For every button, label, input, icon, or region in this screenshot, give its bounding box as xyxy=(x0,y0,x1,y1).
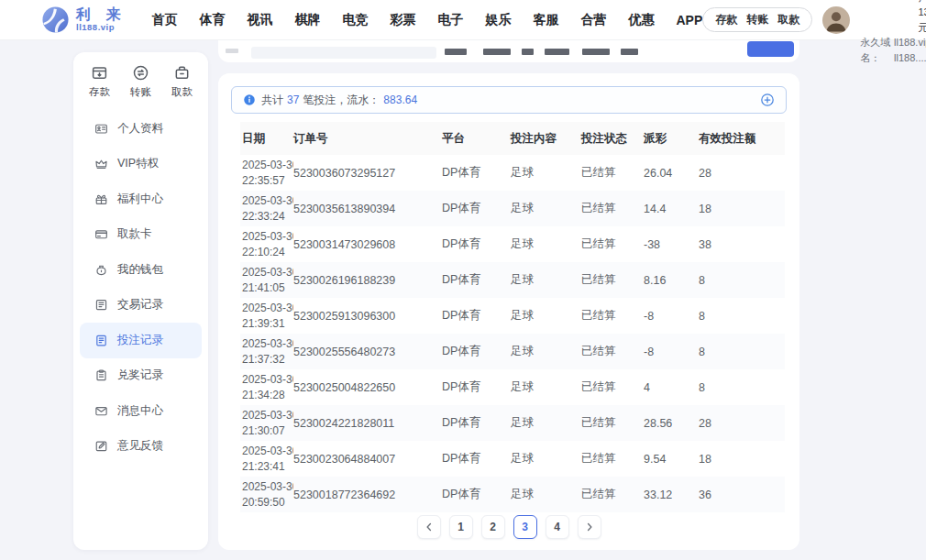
bet-records-table: 日期订单号平台投注内容投注状态派彩有效投注额 2025-03-30 22:35:… xyxy=(240,122,785,512)
cell-platform: DP体育 xyxy=(442,334,511,369)
main-nav: 首页体育视讯棋牌电竞彩票电子娱乐客服合营优惠APP xyxy=(151,12,702,28)
column-header: 投注内容 xyxy=(511,122,581,155)
summary-prefix: 共计 xyxy=(261,93,283,108)
page-number-button[interactable]: 3 xyxy=(513,515,537,539)
nav-item-10[interactable]: 优惠 xyxy=(628,12,654,28)
page-number-button[interactable]: 2 xyxy=(481,515,505,539)
pill-link[interactable]: 转账 xyxy=(746,12,768,27)
user-info: anxin3399 总资产：1363.49元 永久域名： ll188.vip |… xyxy=(860,0,926,65)
cell-order-no: 5230025913096300 xyxy=(293,298,442,334)
nav-item-9[interactable]: 合营 xyxy=(580,12,606,28)
pill-link[interactable]: 存款 xyxy=(715,12,737,27)
sidebar-item[interactable]: 个人资料 xyxy=(80,111,202,147)
quick-action[interactable]: 存款 xyxy=(89,64,110,99)
nav-item-5[interactable]: 彩票 xyxy=(390,12,415,28)
sidebar-item[interactable]: VIP特权 xyxy=(80,147,202,182)
transaction-icon xyxy=(94,298,108,312)
cell-time: 22:10:24 xyxy=(242,245,290,260)
nav-item-0[interactable]: 首页 xyxy=(151,12,177,28)
column-header: 有效投注额 xyxy=(699,122,785,155)
cell-bet-content: 足球 xyxy=(511,298,581,334)
nav-item-7[interactable]: 娱乐 xyxy=(485,12,511,28)
nav-item-2[interactable]: 视讯 xyxy=(247,12,272,28)
cell-valid-amount: 38 xyxy=(699,226,785,262)
cell-date: 2025-03-30 xyxy=(242,479,290,495)
nav-item-1[interactable]: 体育 xyxy=(199,12,225,28)
cell-payout: 9.54 xyxy=(644,441,699,477)
sidebar-item[interactable]: 投注记录 xyxy=(80,323,202,358)
cell-bet-content: 足球 xyxy=(511,369,581,405)
nav-item-8[interactable]: 客服 xyxy=(533,12,558,28)
nav-item-4[interactable]: 电竞 xyxy=(342,12,368,28)
quick-action[interactable]: 取款 xyxy=(171,64,193,99)
table-row: 2025-03-30 20:59:50 5230018772364692 DP体… xyxy=(240,477,785,512)
cell-bet-status: 已结算 xyxy=(581,191,644,226)
cell-payout: 4 xyxy=(644,369,699,405)
sidebar-item[interactable]: 兑奖记录 xyxy=(80,358,202,394)
cell-platform: DP体育 xyxy=(442,298,511,334)
deposit-icon xyxy=(91,64,108,82)
next-page-button[interactable] xyxy=(578,515,601,539)
sidebar-item[interactable]: 意见反馈 xyxy=(80,429,202,465)
prev-page-button[interactable] xyxy=(417,515,441,539)
cell-bet-content: 足球 xyxy=(511,441,581,477)
summary-bar: 共计 37 笔投注，流水： 883.64 xyxy=(231,86,787,114)
sidebar-item[interactable]: 我的钱包 xyxy=(80,252,202,288)
cell-date: 2025-03-30 xyxy=(242,408,290,423)
summary-count: 37 xyxy=(287,93,299,106)
cell-bet-status: 已结算 xyxy=(581,334,644,369)
avatar[interactable] xyxy=(822,6,850,34)
expand-plus-icon[interactable] xyxy=(760,93,775,107)
cell-payout: 14.4 xyxy=(644,191,699,226)
filter-input[interactable] xyxy=(251,47,436,59)
cell-valid-amount: 36 xyxy=(699,477,785,512)
cell-bet-status: 已结算 xyxy=(581,298,644,334)
nav-item-3[interactable]: 棋牌 xyxy=(294,12,320,28)
chevron-right-icon xyxy=(584,522,595,533)
cell-valid-amount: 18 xyxy=(699,441,785,477)
cell-bet-content: 足球 xyxy=(511,405,581,441)
cell-order-no: 5230024221828011 xyxy=(293,405,442,441)
cell-date: 2025-03-30 xyxy=(242,301,290,316)
bet-record-icon xyxy=(94,334,108,347)
pill-link[interactable]: 取款 xyxy=(777,12,799,27)
column-header: 日期 xyxy=(240,122,293,155)
cell-payout: 28.56 xyxy=(644,405,699,441)
cutoff-filter-fragment xyxy=(522,49,534,55)
cell-platform: DP体育 xyxy=(442,262,511,298)
cell-date: 2025-03-30 xyxy=(242,158,290,173)
cell-valid-amount: 18 xyxy=(699,191,785,226)
cell-time: 22:35:57 xyxy=(242,173,290,189)
sidebar-item[interactable]: 取款卡 xyxy=(80,217,202,253)
quick-action[interactable]: 转账 xyxy=(130,64,151,99)
nav-item-6[interactable]: 电子 xyxy=(437,12,463,28)
cutoff-filter-fragment xyxy=(445,49,467,55)
brand-logo[interactable]: 利 来 ll188.vip xyxy=(41,5,126,34)
nav-item-11[interactable]: APP xyxy=(676,13,702,27)
table-row: 2025-03-30 22:35:57 5230036073295127 DP体… xyxy=(240,155,785,191)
message-icon xyxy=(94,404,108,418)
cell-platform: DP体育 xyxy=(442,155,511,191)
cell-bet-status: 已结算 xyxy=(581,262,644,298)
page-number-button[interactable]: 4 xyxy=(546,515,569,539)
table-row: 2025-03-30 21:41:05 5230026196188239 DP体… xyxy=(240,262,785,298)
sidebar-item[interactable]: 消息中心 xyxy=(80,393,202,429)
cell-time: 22:33:24 xyxy=(242,209,290,225)
domain-value: ll188.vip | ll188.... xyxy=(894,35,926,65)
cell-payout: -8 xyxy=(644,334,699,369)
cell-platform: DP体育 xyxy=(442,369,511,405)
cell-date: 2025-03-30 xyxy=(242,265,290,280)
cell-bet-status: 已结算 xyxy=(581,405,644,441)
cell-bet-status: 已结算 xyxy=(581,441,644,477)
assets-value: 1363.49元 xyxy=(918,6,926,33)
sidebar-item[interactable]: 交易记录 xyxy=(80,288,202,324)
table-header-row: 日期订单号平台投注内容投注状态派彩有效投注额 xyxy=(240,122,785,155)
cell-time: 21:41:05 xyxy=(242,280,290,296)
page-number-button[interactable]: 1 xyxy=(449,515,473,539)
sidebar-item[interactable]: 福利中心 xyxy=(80,181,202,217)
table-row: 2025-03-30 22:10:24 5230031473029608 DP体… xyxy=(240,226,785,262)
cell-bet-status: 已结算 xyxy=(581,226,644,262)
table-row: 2025-03-30 21:37:32 5230025556480273 DP体… xyxy=(240,334,785,369)
cell-order-no: 5230026196188239 xyxy=(293,262,442,298)
redeem-icon xyxy=(94,368,108,382)
